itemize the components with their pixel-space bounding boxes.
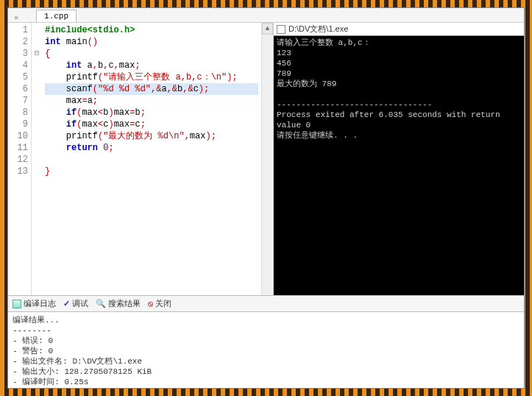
tab-search-results[interactable]: 🔍 搜索结果	[96, 298, 141, 309]
editor-tab[interactable]: 1.cpp	[36, 10, 77, 22]
fold-marker	[32, 36, 42, 48]
tab-filename: 1.cpp	[44, 12, 68, 21]
line-number: 3	[8, 48, 28, 60]
check-icon: ✓	[63, 299, 70, 308]
line-number: 9	[8, 119, 28, 130]
compiler-output[interactable]: 编译结果... -------- - 错误: 0 - 警告: 0 - 输出文件名…	[8, 311, 524, 388]
fold-marker	[32, 154, 42, 166]
line-number: 4	[8, 60, 28, 71]
line-number: 6	[8, 83, 28, 95]
fold-marker	[32, 24, 42, 36]
fold-marker	[32, 107, 42, 119]
code-line[interactable]: if(max<b)max=b;	[45, 107, 258, 119]
line-number: 10	[8, 130, 28, 142]
tab-close-icon[interactable]: ✕	[14, 13, 18, 22]
line-number: 13	[8, 166, 28, 177]
scroll-up-icon[interactable]: ▲	[262, 23, 273, 35]
line-number: 5	[8, 71, 28, 83]
console-titlebar: D:\DV文档\1.exe	[274, 23, 524, 36]
workspace: 12345678910111213 ⊟ #include<stdio.h>int…	[8, 23, 524, 295]
code-line[interactable]: int main()	[45, 36, 258, 48]
fold-marker	[32, 142, 42, 154]
console-app-icon	[277, 25, 285, 34]
code-area[interactable]: #include<stdio.h>int main(){ int a,b,c,m…	[42, 23, 261, 295]
tab-close[interactable]: ⦸ 关闭	[148, 298, 171, 309]
code-line[interactable]	[45, 154, 258, 166]
fold-marker[interactable]: ⊟	[32, 48, 42, 60]
line-number-gutter: 12345678910111213	[8, 23, 32, 295]
code-line[interactable]: {	[45, 48, 258, 60]
close-icon: ⦸	[148, 299, 153, 308]
code-line[interactable]: scanf("%d %d %d",&a,&b,&c);	[45, 83, 258, 95]
line-number: 1	[8, 24, 28, 36]
code-line[interactable]: printf("请输入三个整数 a,b,c：\n");	[45, 71, 258, 83]
console-output[interactable]: 请输入三个整数 a,b,c： 123 456 789 最大的数为 789 ---…	[274, 36, 524, 295]
tab-compile-log[interactable]: 编译日志	[13, 298, 56, 309]
fold-marker	[32, 130, 42, 142]
line-number: 8	[8, 107, 28, 119]
tab-debug[interactable]: ✓ 调试	[63, 298, 88, 309]
code-line[interactable]: return 0;	[45, 142, 258, 154]
tab-label: 编译日志	[24, 298, 56, 309]
editor-tabbar: ✕ 1.cpp	[8, 8, 524, 23]
line-number: 2	[8, 36, 28, 48]
code-line[interactable]: }	[45, 166, 258, 177]
fold-marker	[32, 95, 42, 107]
fold-marker	[32, 119, 42, 130]
code-line[interactable]: max=a;	[45, 95, 258, 107]
fold-marker	[32, 83, 42, 95]
line-number: 7	[8, 95, 28, 107]
line-number: 11	[8, 142, 28, 154]
bottom-tabbar: 编译日志 ✓ 调试 🔍 搜索结果 ⦸ 关闭	[8, 295, 524, 311]
code-line[interactable]: #include<stdio.h>	[45, 24, 258, 36]
tab-label: 调试	[72, 298, 88, 309]
line-number: 12	[8, 154, 28, 166]
code-line[interactable]: int a,b,c,max;	[45, 60, 258, 71]
editor-scrollbar[interactable]: ▲	[261, 23, 273, 295]
code-line[interactable]: if(max<c)max=c;	[45, 119, 258, 130]
fold-marker	[32, 71, 42, 83]
search-icon: 🔍	[96, 299, 106, 308]
fold-marker	[32, 166, 42, 177]
fold-marker	[32, 60, 42, 71]
tab-label: 搜索结果	[108, 298, 141, 309]
code-editor[interactable]: 12345678910111213 ⊟ #include<stdio.h>int…	[8, 23, 274, 295]
fold-column: ⊟	[32, 23, 42, 295]
log-icon	[13, 300, 21, 308]
console-window: D:\DV文档\1.exe 请输入三个整数 a,b,c： 123 456 789…	[274, 23, 524, 295]
ide-window: ✕ 1.cpp 12345678910111213 ⊟ #include<std…	[7, 7, 525, 389]
code-line[interactable]: printf("最大的数为 %d\n",max);	[45, 130, 258, 142]
console-title-text: D:\DV文档\1.exe	[288, 24, 348, 35]
tab-label: 关闭	[155, 298, 171, 309]
